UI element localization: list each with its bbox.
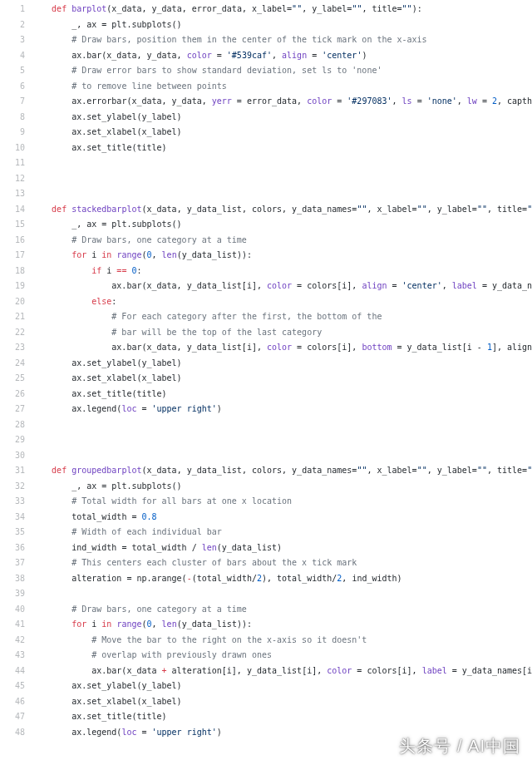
line-number: 5 [0,63,25,79]
code-line: ax.errorbar(x_data, y_data, yerr = error… [32,94,532,110]
line-number: 22 [0,325,25,341]
line-number: 36 [0,540,25,556]
code-line: # Draw bars, one category at a time [32,233,532,249]
code-line: # For each category after the first, the… [32,309,532,325]
line-number: 7 [0,94,25,110]
line-number: 43 [0,648,25,664]
code-line: ax.set_title(title) [32,387,532,402]
code-content: def barplot(x_data, y_data, error_data, … [32,0,532,742]
line-number: 9 [0,125,25,141]
code-line: _, ax = plt.subplots() [32,479,532,495]
code-line: ax.set_ylabel(y_label) [32,679,532,694]
code-line: else: [32,294,532,310]
line-number: 44 [0,664,25,679]
line-number-gutter: 1234567891011121314151617181920212223242… [0,0,32,742]
line-number: 2 [0,17,25,33]
line-number: 23 [0,340,25,356]
code-line: def barplot(x_data, y_data, error_data, … [32,2,532,17]
line-number: 15 [0,217,25,233]
line-number: 24 [0,356,25,372]
code-line: ax.set_ylabel(y_label) [32,110,532,126]
code-line: ax.bar(x_data + alteration[i], y_data_li… [32,664,532,679]
code-line: def stackedbarplot(x_data, y_data_list, … [32,202,532,218]
line-number: 6 [0,79,25,95]
line-number: 33 [0,494,25,510]
line-number: 48 [0,725,25,741]
line-number: 20 [0,294,25,310]
line-number: 19 [0,279,25,294]
code-line: alteration = np.arange(-(total_width/2),… [32,571,532,587]
code-line: # overlap with previously drawn ones [32,648,532,664]
line-number: 27 [0,402,25,417]
code-line: ax.bar(x_data, y_data_list[i], color = c… [32,279,532,294]
code-line: ax.set_xlabel(x_label) [32,694,532,710]
code-line [32,171,532,187]
line-number: 39 [0,586,25,602]
code-line [32,417,532,433]
code-line: # Draw error bars to show standard devia… [32,63,532,79]
code-line: # Draw bars, one category at a time [32,602,532,618]
code-editor: 1234567891011121314151617181920212223242… [0,0,532,742]
line-number: 4 [0,48,25,64]
code-line [32,432,532,448]
code-line: # to remove line between points [32,79,532,95]
line-number: 46 [0,694,25,710]
line-number: 21 [0,309,25,325]
line-number: 40 [0,602,25,618]
line-number: 26 [0,387,25,402]
code-line [32,448,532,464]
line-number: 35 [0,525,25,540]
code-line: # This centers each cluster of bars abou… [32,555,532,571]
line-number: 28 [0,417,25,433]
line-number: 12 [0,171,25,187]
code-line: # Move the bar to the right on the x-axi… [32,633,532,649]
line-number: 8 [0,110,25,126]
code-line: ax.set_ylabel(y_label) [32,356,532,372]
code-line: ax.set_title(title) [32,709,532,725]
code-line [32,586,532,602]
line-number: 30 [0,448,25,464]
code-line: # Width of each individual bar [32,525,532,540]
line-number: 1 [0,2,25,17]
code-line: # bar will be the top of the last catego… [32,325,532,341]
code-line: ax.legend(loc = 'upper right') [32,402,532,417]
line-number: 42 [0,633,25,649]
line-number: 13 [0,186,25,202]
line-number: 31 [0,463,25,479]
code-line: for i in range(0, len(y_data_list)): [32,617,532,633]
code-line [32,186,532,202]
line-number: 17 [0,248,25,264]
code-line: _, ax = plt.subplots() [32,17,532,33]
line-number: 16 [0,233,25,249]
line-number: 18 [0,264,25,279]
code-line: def groupedbarplot(x_data, y_data_list, … [32,463,532,479]
code-line: _, ax = plt.subplots() [32,217,532,233]
line-number: 47 [0,709,25,725]
line-number: 32 [0,479,25,495]
line-number: 41 [0,617,25,633]
code-line: ax.set_xlabel(x_label) [32,125,532,141]
code-line: # Draw bars, position them in the center… [32,32,532,48]
code-line: total_width = 0.8 [32,510,532,526]
line-number: 29 [0,432,25,448]
line-number: 10 [0,141,25,156]
line-number: 37 [0,555,25,571]
code-line: # Total width for all bars at one x loca… [32,494,532,510]
code-line: ind_width = total_width / len(y_data_lis… [32,540,532,556]
code-line: ax.set_xlabel(x_label) [32,371,532,387]
code-line: if i == 0: [32,264,532,279]
code-line: ax.bar(x_data, y_data_list[i], color = c… [32,340,532,356]
code-line: ax.set_title(title) [32,141,532,156]
code-line: for i in range(0, len(y_data_list)): [32,248,532,264]
line-number: 11 [0,155,25,171]
line-number: 25 [0,371,25,387]
line-number: 14 [0,202,25,218]
line-number: 3 [0,32,25,48]
watermark: 头条号 / AI中国 [399,738,520,743]
code-line: ax.bar(x_data, y_data, color = '#539caf'… [32,48,532,64]
code-line [32,155,532,171]
line-number: 38 [0,571,25,587]
line-number: 45 [0,679,25,694]
line-number: 34 [0,510,25,526]
